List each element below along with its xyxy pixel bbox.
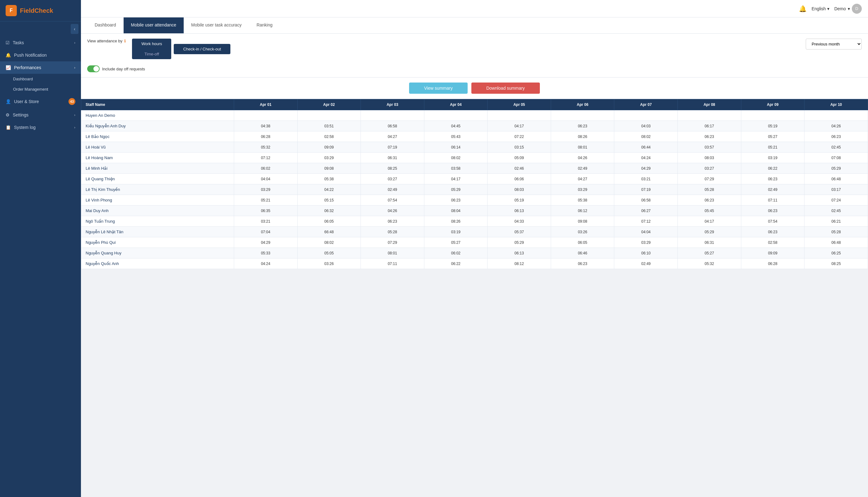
- attendance-cell: 05:33: [234, 248, 297, 258]
- tab-mobile-user-attendance[interactable]: Mobile user attendance: [124, 17, 184, 33]
- table-row: Nguyễn Quang Huy05:3305:0508:0106:0206:1…: [81, 248, 868, 258]
- settings-chevron-icon: ›: [74, 113, 75, 117]
- attendance-cell: 06:23: [741, 174, 805, 184]
- attendance-cell: 05:27: [678, 248, 741, 258]
- include-dayoff-section: Include day off requests: [87, 66, 230, 72]
- language-chevron-icon: ▾: [827, 6, 829, 11]
- attendance-cell: 07:22: [488, 131, 551, 142]
- staff-name-cell: Mai Duy Anh: [81, 205, 234, 216]
- tab-mobile-user-task-accuracy[interactable]: Mobile user task accuracy: [184, 17, 249, 33]
- table-header-Apr-03: Apr 03: [361, 99, 424, 110]
- attendance-cell: 06:23: [741, 205, 805, 216]
- user-menu[interactable]: Demo ▾ D: [834, 4, 862, 14]
- language-selector[interactable]: English ▾: [812, 6, 829, 11]
- attendance-table-container: Staff NameApr 01Apr 02Apr 03Apr 04Apr 05…: [81, 99, 868, 275]
- info-icon[interactable]: ℹ: [124, 39, 126, 43]
- sidebar: F FieldCheck ‹ ☑ Tasks › 🔔 Push Notifica…: [0, 0, 81, 497]
- time-off-button[interactable]: Time-off: [132, 49, 171, 59]
- attendance-cell: 05:38: [551, 195, 614, 205]
- tab-dashboard[interactable]: Dashboard: [87, 17, 124, 33]
- staff-name-cell: Nguyễn Lê Nhật Tân: [81, 227, 234, 237]
- attendance-cell: 04:27: [361, 131, 424, 142]
- table-row: Nguyễn Phú Quí04:2908:0207:2905:2705:290…: [81, 237, 868, 248]
- attendance-cell: 04:29: [614, 163, 678, 174]
- attendance-cell: 02:45: [805, 142, 868, 153]
- attendance-cell: 05:38: [297, 174, 361, 184]
- attendance-cell: 03:27: [361, 174, 424, 184]
- attendance-cell: 04:33: [488, 216, 551, 227]
- attendance-cell: [297, 110, 361, 121]
- attendance-cell: [741, 110, 805, 121]
- main-content: 🔔 English ▾ Demo ▾ D Dashboard Mobile us…: [81, 0, 868, 497]
- attendance-cell: [424, 110, 488, 121]
- sidebar-item-system-log[interactable]: 📋 System log ›: [0, 121, 81, 133]
- attendance-cell: 06:28: [234, 131, 297, 142]
- download-summary-button[interactable]: Download summary: [471, 83, 540, 94]
- attendance-cell: 07:11: [741, 195, 805, 205]
- period-select[interactable]: Previous month Current month Custom rang…: [806, 39, 862, 49]
- attendance-type-buttons: Work hours Time-off: [132, 39, 171, 59]
- attendance-cell: 03:29: [234, 184, 297, 195]
- notification-icon-button[interactable]: 🔔: [799, 5, 807, 12]
- include-dayoff-toggle[interactable]: [87, 66, 100, 72]
- attendance-cell: 08:01: [361, 248, 424, 258]
- attendance-cell: 66:48: [297, 227, 361, 237]
- attendance-cell: 08:02: [297, 237, 361, 248]
- attendance-cell: 05:09: [488, 153, 551, 163]
- table-header-Apr-07: Apr 07: [614, 99, 678, 110]
- table-row: Nguyễn Quốc Anh04:2403:2607:1106:2208:12…: [81, 258, 868, 269]
- sidebar-item-performances[interactable]: 📈 Performances ›: [0, 61, 81, 74]
- attendance-cell: 05:29: [678, 227, 741, 237]
- work-hours-button[interactable]: Work hours: [132, 39, 171, 49]
- table-header-name: Staff Name: [81, 99, 234, 110]
- attendance-cell: 06:13: [488, 205, 551, 216]
- attendance-cell: 03:27: [678, 163, 741, 174]
- attendance-cell: 06:25: [805, 248, 868, 258]
- attendance-cell: 06:46: [551, 248, 614, 258]
- attendance-cell: 08:03: [678, 153, 741, 163]
- attendance-cell: [614, 110, 678, 121]
- sidebar-sub-item-order-management[interactable]: Order Management: [0, 84, 81, 94]
- include-dayoff-label: Include day off requests: [102, 67, 145, 71]
- sidebar-sub-item-dashboard[interactable]: Dashboard: [0, 74, 81, 84]
- attendance-cell: 06:02: [424, 248, 488, 258]
- sidebar-item-user-store[interactable]: 👤 User & Store 43: [0, 94, 81, 109]
- staff-name-cell: Lê Hoàng Nam: [81, 153, 234, 163]
- checkin-checkout-button[interactable]: Check-in / Check-out: [174, 44, 230, 54]
- attendance-cell: [361, 110, 424, 121]
- sidebar-item-tasks[interactable]: ☑ Tasks ›: [0, 37, 81, 49]
- attendance-cell: 03:19: [741, 153, 805, 163]
- tab-ranking[interactable]: Ranking: [249, 17, 280, 33]
- attendance-cell: 08:26: [551, 131, 614, 142]
- attendance-cell: 05:29: [805, 163, 868, 174]
- table-body: Huyen An DemoKiều Nguyễn Anh Duy04:3803:…: [81, 110, 868, 269]
- attendance-cell: 06:58: [361, 121, 424, 131]
- attendance-cell: 06:23: [678, 195, 741, 205]
- attendance-cell: [551, 110, 614, 121]
- attendance-cell: 06:06: [488, 174, 551, 184]
- attendance-cell: 04:17: [488, 121, 551, 131]
- user-store-icon: 👤: [5, 99, 11, 104]
- attendance-cell: 04:17: [678, 216, 741, 227]
- attendance-cell: 05:21: [234, 195, 297, 205]
- attendance-cell: 02:58: [741, 237, 805, 248]
- attendance-cell: 05:28: [678, 184, 741, 195]
- table-row: Lê Quang Thiện04:0405:3803:2704:1706:060…: [81, 174, 868, 184]
- table-row: Lê Minh Hải06:0209:0808:2503:5802:4602:4…: [81, 163, 868, 174]
- view-summary-button[interactable]: View summary: [409, 83, 468, 94]
- attendance-cell: 04:38: [234, 121, 297, 131]
- sidebar-item-push-notification[interactable]: 🔔 Push Notification: [0, 49, 81, 61]
- attendance-cell: 02:49: [361, 184, 424, 195]
- attendance-cell: 05:29: [424, 184, 488, 195]
- app-logo-icon: F: [5, 5, 17, 16]
- attendance-cell: 06:32: [297, 205, 361, 216]
- attendance-cell: 07:29: [678, 174, 741, 184]
- user-store-badge: 43: [69, 98, 75, 105]
- sidebar-item-settings[interactable]: ⚙ Settings ›: [0, 109, 81, 121]
- staff-name-cell: Nguyễn Quốc Anh: [81, 258, 234, 269]
- attendance-cell: 03:29: [551, 184, 614, 195]
- sidebar-collapse-button[interactable]: ‹: [71, 24, 78, 34]
- attendance-cell: 05:27: [424, 237, 488, 248]
- attendance-cell: 06:14: [424, 142, 488, 153]
- table-header-Apr-02: Apr 02: [297, 99, 361, 110]
